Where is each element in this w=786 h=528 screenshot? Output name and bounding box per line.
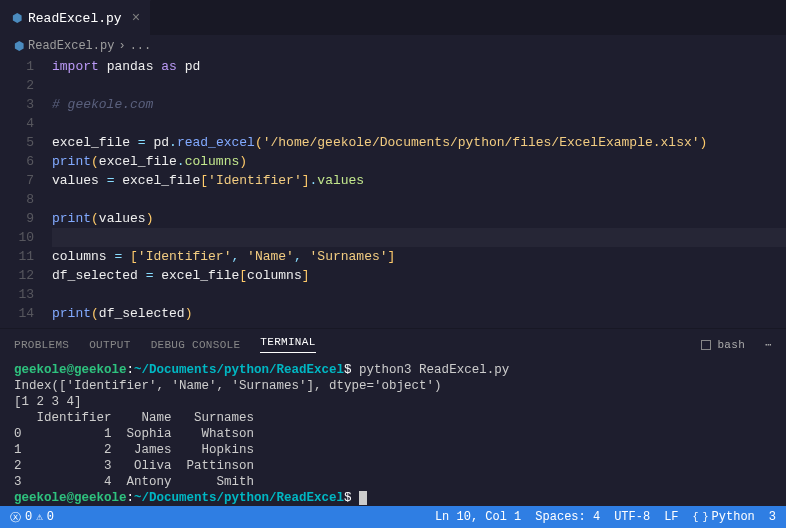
panel-tab-debug[interactable]: DEBUG CONSOLE xyxy=(151,339,241,351)
status-notifications[interactable]: 3 xyxy=(769,510,776,524)
breadcrumb-more: ... xyxy=(130,39,152,53)
panel-tab-terminal[interactable]: TERMINAL xyxy=(260,336,315,353)
line-number: 3 xyxy=(0,95,34,114)
breadcrumb-file: ReadExcel.py xyxy=(28,39,114,53)
code-editor[interactable]: 1234567891011121314 import pandas as pd#… xyxy=(0,57,786,328)
line-number: 9 xyxy=(0,209,34,228)
line-number: 13 xyxy=(0,285,34,304)
braces-icon xyxy=(693,510,708,524)
code-line[interactable]: excel_file = pd.read_excel('/home/geekol… xyxy=(52,133,786,152)
line-number: 8 xyxy=(0,190,34,209)
tab-filename: ReadExcel.py xyxy=(28,11,122,26)
code-line[interactable] xyxy=(52,114,786,133)
line-number: 4 xyxy=(0,114,34,133)
tab-bar: ⬢ ReadExcel.py × xyxy=(0,0,786,35)
code-line[interactable]: values = excel_file['Identifier'].values xyxy=(52,171,786,190)
close-icon[interactable]: × xyxy=(132,10,140,26)
code-line[interactable] xyxy=(52,76,786,95)
line-number: 14 xyxy=(0,304,34,323)
line-number: 10 xyxy=(0,228,34,247)
python-icon: ⬢ xyxy=(12,11,22,26)
code-line[interactable]: columns = ['Identifier', 'Name', 'Surnam… xyxy=(52,247,786,266)
status-language[interactable]: Python xyxy=(693,510,755,524)
line-number: 12 xyxy=(0,266,34,285)
terminal-cursor xyxy=(359,491,367,505)
code-line[interactable] xyxy=(52,285,786,304)
line-number: 6 xyxy=(0,152,34,171)
code-line[interactable]: # geekole.com xyxy=(52,95,786,114)
code-line[interactable]: print(values) xyxy=(52,209,786,228)
terminal[interactable]: geekole@geekole:~/Documents/python/ReadE… xyxy=(0,360,786,506)
shell-box-icon xyxy=(701,340,711,350)
line-number: 11 xyxy=(0,247,34,266)
code-line[interactable]: print(excel_file.columns) xyxy=(52,152,786,171)
code-line[interactable] xyxy=(52,190,786,209)
status-spaces[interactable]: Spaces: 4 xyxy=(535,510,600,524)
panel-tab-bar: PROBLEMS OUTPUT DEBUG CONSOLE TERMINAL b… xyxy=(0,328,786,360)
code-line[interactable]: print(df_selected) xyxy=(52,304,786,323)
breadcrumb[interactable]: ⬢ ReadExcel.py › ... xyxy=(0,35,786,57)
panel-more-icon[interactable]: ⋯ xyxy=(765,338,772,351)
shell-indicator[interactable]: bash xyxy=(701,339,745,351)
line-numbers: 1234567891011121314 xyxy=(0,57,52,328)
editor-tab[interactable]: ⬢ ReadExcel.py × xyxy=(0,0,151,35)
line-number: 2 xyxy=(0,76,34,95)
status-eol[interactable]: LF xyxy=(664,510,678,524)
line-number: 5 xyxy=(0,133,34,152)
line-number: 1 xyxy=(0,57,34,76)
shell-name: bash xyxy=(717,339,745,351)
line-number: 7 xyxy=(0,171,34,190)
status-encoding[interactable]: UTF-8 xyxy=(614,510,650,524)
code-line[interactable]: df_selected = excel_file[columns] xyxy=(52,266,786,285)
breadcrumb-separator: › xyxy=(118,39,125,53)
code-line[interactable] xyxy=(52,228,786,247)
status-position[interactable]: Ln 10, Col 1 xyxy=(435,510,521,524)
code-content[interactable]: import pandas as pd# geekole.comexcel_fi… xyxy=(52,57,786,328)
error-icon xyxy=(10,510,21,525)
warning-icon xyxy=(36,510,43,524)
code-line[interactable]: import pandas as pd xyxy=(52,57,786,76)
panel-tab-output[interactable]: OUTPUT xyxy=(89,339,130,351)
python-icon: ⬢ xyxy=(14,39,24,54)
status-warnings[interactable]: 0 xyxy=(36,510,54,524)
status-errors[interactable]: 0 xyxy=(10,510,32,525)
panel-tab-problems[interactable]: PROBLEMS xyxy=(14,339,69,351)
status-bar: 0 0 Ln 10, Col 1 Spaces: 4 UTF-8 LF Pyth… xyxy=(0,506,786,528)
